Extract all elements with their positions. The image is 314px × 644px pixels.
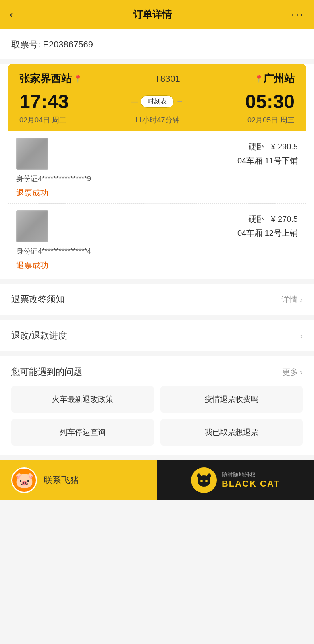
passenger-top: 硬卧 ¥ 290.5 04车厢 11号下铺 bbox=[16, 138, 298, 170]
passengers-section: 硬卧 ¥ 290.5 04车厢 11号下铺 身份证4**************… bbox=[8, 131, 306, 279]
faq-item-1[interactable]: 疫情退票收费吗 bbox=[160, 386, 303, 413]
page-title: 订单详情 bbox=[133, 8, 172, 21]
black-cat-text-group: 随时随地维权 BLACK CAT bbox=[222, 471, 280, 489]
arrival-station: 广州站 bbox=[263, 72, 295, 86]
refund-notice-section: 退票改签须知 详情 › bbox=[0, 284, 314, 315]
faq-title: 您可能遇到的问题 bbox=[11, 366, 82, 378]
train-dates: 02月04日 周二 11小时47分钟 02月05日 周三 bbox=[19, 115, 295, 125]
schedule-label: 时刻表 bbox=[148, 97, 167, 106]
faq-grid: 火车最新退改政策 疫情退票收费吗 列车停运查询 我已取票想退票 bbox=[11, 386, 303, 446]
train-times: 17:43 — 时刻表 → 05:30 bbox=[19, 91, 295, 113]
faq-item-0[interactable]: 火车最新退改政策 bbox=[11, 386, 154, 413]
faq-item-3[interactable]: 我已取票想退票 bbox=[160, 419, 303, 446]
time-middle: — 时刻表 → bbox=[131, 95, 183, 108]
refund-progress-section[interactable]: 退改/退款进度 › bbox=[0, 320, 314, 351]
refund-notice-detail-label: 详情 bbox=[281, 294, 297, 305]
refund-notice-detail[interactable]: 详情 › bbox=[281, 294, 303, 305]
passenger-id-1: 身份证4****************9 bbox=[16, 174, 91, 184]
svg-point-3 bbox=[200, 480, 203, 482]
departure-time: 17:43 bbox=[19, 91, 69, 113]
passenger-id-2: 身份证4****************4 bbox=[16, 246, 91, 256]
faq-section: 您可能遇到的问题 更多 › 火车最新退改政策 疫情退票收费吗 列车停运查询 我已… bbox=[0, 356, 314, 455]
seat-info-1: 04车厢 11号下铺 bbox=[55, 155, 298, 166]
black-cat-logo bbox=[191, 467, 217, 493]
ticket-number-section: 取票号: E203867569 bbox=[0, 29, 314, 59]
svg-point-4 bbox=[205, 480, 208, 482]
passenger-avatar bbox=[16, 138, 48, 170]
arrival-time: 05:30 bbox=[245, 91, 295, 113]
ticket-type-2: 硬卧 bbox=[248, 214, 264, 225]
train-card: 张家界西站 📍 T8301 📍 广州站 17:43 — 时刻表 → bbox=[0, 64, 314, 279]
train-route: 张家界西站 📍 T8301 📍 广州站 bbox=[19, 72, 295, 86]
passenger-item: 硬卧 ¥ 290.5 04车厢 11号下铺 身份证4**************… bbox=[8, 131, 306, 204]
more-button[interactable]: ··· bbox=[291, 8, 304, 21]
back-button[interactable]: ‹ bbox=[10, 8, 13, 21]
contact-section[interactable]: 🐷 联系飞猪 bbox=[0, 467, 157, 493]
faq-item-2[interactable]: 列车停运查询 bbox=[11, 419, 154, 446]
black-cat-main-label: BLACK CAT bbox=[222, 479, 280, 489]
departure-pin-icon: 📍 bbox=[73, 74, 82, 83]
refund-status-1: 退票成功 bbox=[16, 188, 298, 198]
passenger-id-row: 身份证4****************9 bbox=[16, 174, 298, 184]
ticket-type-price: 硬卧 ¥ 290.5 bbox=[55, 141, 298, 152]
arrival-pin-icon: 📍 bbox=[254, 74, 263, 83]
arrival-date: 02月05日 周三 bbox=[247, 115, 295, 125]
refund-status-2: 退票成功 bbox=[16, 260, 298, 271]
arrival-station-group: 📍 广州站 bbox=[253, 72, 295, 86]
seat-info-2: 04车厢 12号上铺 bbox=[55, 228, 298, 239]
ticket-price-1: ¥ 290.5 bbox=[271, 142, 298, 151]
refund-notice-title: 退票改签须知 bbox=[11, 293, 64, 305]
faq-more-label: 更多 bbox=[282, 367, 298, 378]
ticket-type-price-2: 硬卧 ¥ 270.5 bbox=[55, 214, 298, 225]
pig-icon: 🐷 bbox=[15, 471, 34, 489]
bottom-bar: 🐷 联系飞猪 随时随地维权 BLACK CAT bbox=[0, 460, 314, 500]
passenger-right-2: 硬卧 ¥ 270.5 04车厢 12号上铺 bbox=[55, 214, 298, 239]
duration: 11小时47分钟 bbox=[134, 115, 179, 125]
train-number: T8301 bbox=[155, 74, 180, 84]
departure-station: 张家界西站 bbox=[19, 72, 72, 86]
black-cat-sub-label: 随时随地维权 bbox=[222, 471, 280, 479]
ticket-type-1: 硬卧 bbox=[248, 141, 264, 152]
faq-more-chevron-icon: › bbox=[300, 367, 303, 377]
refund-progress-row: 退改/退款进度 › bbox=[11, 330, 303, 342]
passenger-top: 硬卧 ¥ 270.5 04车厢 12号上铺 bbox=[16, 210, 298, 242]
refund-notice-row: 退票改签须知 详情 › bbox=[11, 293, 303, 305]
train-header: 张家界西站 📍 T8301 📍 广州站 17:43 — 时刻表 → bbox=[8, 64, 306, 131]
black-cat-section[interactable]: 随时随地维权 BLACK CAT bbox=[157, 460, 314, 500]
header: ‹ 订单详情 ··· bbox=[0, 0, 314, 29]
refund-progress-chevron-icon: › bbox=[300, 331, 303, 341]
contact-label: 联系飞猪 bbox=[44, 474, 79, 486]
passenger-id-row-2: 身份证4****************4 bbox=[16, 246, 298, 256]
refund-progress-title: 退改/退款进度 bbox=[11, 330, 67, 342]
passenger-right: 硬卧 ¥ 290.5 04车厢 11号下铺 bbox=[55, 141, 298, 166]
passenger-item: 硬卧 ¥ 270.5 04车厢 12号上铺 身份证4**************… bbox=[8, 204, 306, 276]
faq-header: 您可能遇到的问题 更多 › bbox=[11, 366, 303, 378]
passenger-avatar-2 bbox=[16, 210, 48, 242]
faq-more-button[interactable]: 更多 › bbox=[282, 367, 303, 378]
pig-avatar: 🐷 bbox=[11, 467, 37, 493]
chevron-right-icon: › bbox=[300, 295, 303, 304]
ticket-number: 取票号: E203867569 bbox=[11, 39, 93, 50]
departure-station-group: 张家界西站 📍 bbox=[19, 72, 82, 86]
departure-date: 02月04日 周二 bbox=[19, 115, 67, 125]
schedule-button[interactable]: 时刻表 bbox=[141, 95, 174, 108]
ticket-price-2: ¥ 270.5 bbox=[271, 215, 298, 224]
